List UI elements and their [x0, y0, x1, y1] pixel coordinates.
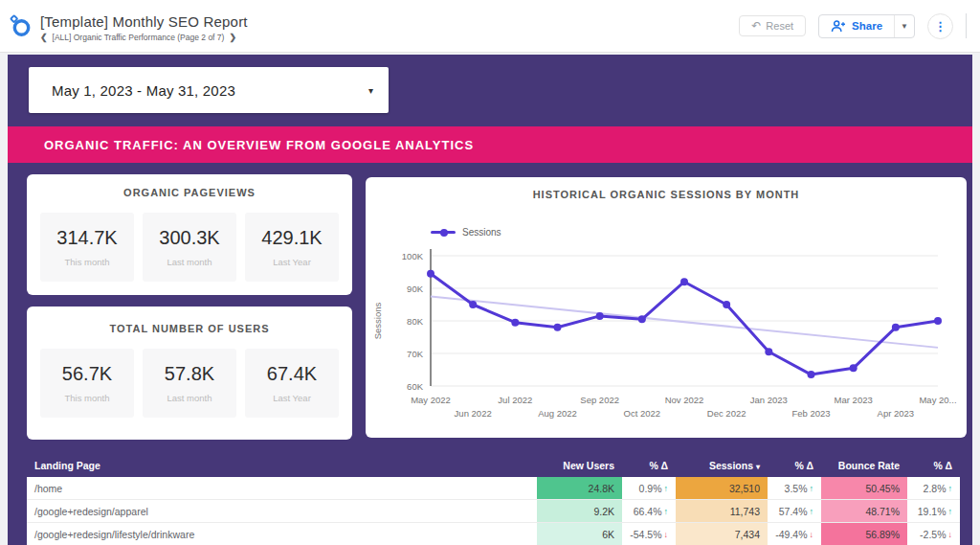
reset-label: Reset: [766, 20, 793, 32]
svg-text:80K: 80K: [407, 316, 424, 327]
sessions-cell: 11,743: [676, 500, 768, 522]
svg-text:Jul 2022: Jul 2022: [498, 395, 532, 405]
current-page-label[interactable]: [ALL] Organic Traffic Performance (Page …: [53, 33, 225, 42]
date-range-picker[interactable]: May 1, 2023 - May 31, 2023 ▾: [29, 67, 389, 113]
top-bar: [Template] Monthly SEO Report ❮ [ALL] Or…: [0, 0, 980, 53]
page-navigation: ❮ [ALL] Organic Traffic Performance (Pag…: [40, 33, 248, 42]
new-users-delta-cell: 0.9%↑: [622, 477, 676, 499]
column-header-landing-page[interactable]: Landing Page: [27, 460, 537, 471]
top-bar-actions: ↶ Reset Share ▼ ⋮: [739, 13, 980, 39]
date-range-value: May 1, 2023 - May 31, 2023: [52, 82, 235, 99]
table-body: /home 24.8K 0.9%↑ 32,510 3.5%↑ 50.45% 2.…: [27, 477, 960, 545]
sessions-cell: 32,510: [676, 477, 768, 499]
total-users-card: TOTAL NUMBER OF USERS 56.7K This month 5…: [27, 307, 352, 440]
metric-label: Last Year: [273, 393, 311, 403]
column-header-sessions-delta[interactable]: % Δ: [768, 460, 821, 471]
landing-page-cell: /home: [27, 477, 537, 499]
svg-text:Apr 2023: Apr 2023: [878, 408, 915, 419]
column-header-new-users-delta[interactable]: % Δ: [622, 460, 676, 471]
dropdown-caret-icon: ▾: [368, 85, 373, 96]
metric-label: Last Year: [273, 257, 311, 267]
report-title: [Template] Monthly SEO Report: [40, 13, 248, 30]
column-header-bounce-rate[interactable]: Bounce Rate: [821, 460, 907, 471]
new-users-delta-cell: 66.4%↑: [622, 500, 676, 522]
svg-text:Mar 2023: Mar 2023: [835, 395, 873, 405]
svg-text:100K: 100K: [402, 251, 424, 261]
svg-text:Sep 2022: Sep 2022: [580, 395, 619, 405]
svg-text:60K: 60K: [407, 381, 424, 392]
bounce-delta-cell: 19.1%↑: [907, 500, 960, 522]
legend-dot-icon: [440, 229, 448, 237]
share-button[interactable]: Share: [819, 15, 894, 37]
sessions-delta-cell: 3.5%↑: [768, 477, 821, 499]
looker-studio-logo: [8, 13, 33, 38]
arrow-down-icon: ↓: [664, 530, 669, 539]
arrow-up-icon: ↑: [810, 484, 814, 493]
svg-text:Feb 2023: Feb 2023: [791, 408, 830, 419]
card-title: TOTAL NUMBER OF USERS: [27, 323, 352, 334]
scorecard-last-month: 300.3K Last month: [143, 213, 236, 282]
arrow-down-icon: ↓: [810, 530, 814, 539]
top-bar-divider: [966, 13, 967, 38]
svg-text:May 2022: May 2022: [411, 395, 451, 405]
svg-text:90K: 90K: [407, 284, 424, 294]
title-block: [Template] Monthly SEO Report ❮ [ALL] Or…: [40, 10, 248, 42]
table-row: /google+redesign/apparel 9.2K 66.4%↑ 11,…: [27, 500, 960, 523]
sessions-delta-cell: 57.4%↑: [768, 500, 821, 522]
scorecard-last-month: 57.8K Last month: [143, 349, 236, 418]
new-users-cell: 24.8K: [537, 477, 622, 499]
svg-text:May 20...: May 20...: [919, 395, 956, 405]
svg-text:Oct 2022: Oct 2022: [624, 408, 661, 419]
sessions-delta-cell: -49.4%↓: [768, 523, 821, 545]
sort-descending-icon: ▾: [756, 463, 760, 471]
metric-value: 300.3K: [159, 227, 219, 249]
metric-label: This month: [65, 257, 110, 267]
share-options-caret[interactable]: ▼: [894, 15, 914, 37]
more-options-button[interactable]: ⋮: [927, 13, 953, 39]
chevron-right-icon[interactable]: ❯: [229, 33, 236, 42]
metric-value: 67.4K: [267, 363, 317, 385]
delta-value: 0.9%: [639, 483, 662, 494]
share-label: Share: [852, 20, 882, 32]
chart-title: HISTORICAL ORGANIC SESSIONS BY MONTH: [366, 189, 967, 200]
top-bar-left: [Template] Monthly SEO Report ❮ [ALL] Or…: [0, 10, 739, 42]
metric-label: This month: [65, 393, 110, 403]
table-header-band: Landing Page New Users % Δ Sessions▾ % Δ…: [8, 454, 972, 477]
sessions-line-chart: 60K70K80K90K100KSessionsMay 2022Jun 2022…: [371, 244, 961, 428]
table-header-row: Landing Page New Users % Δ Sessions▾ % Δ…: [27, 454, 960, 477]
metric-value: 429.1K: [261, 227, 322, 249]
column-header-sessions[interactable]: Sessions▾: [676, 460, 768, 471]
column-header-bounce-delta[interactable]: % Δ: [907, 460, 960, 471]
legend-line-swatch: [431, 231, 456, 234]
scorecard-last-year: 429.1K Last Year: [245, 213, 339, 282]
landing-page-cell: /google+redesign/lifestyle/drinkware: [27, 523, 537, 545]
bounce-delta-cell: -2.5%↓: [907, 523, 960, 545]
reset-button[interactable]: ↶ Reset: [739, 15, 806, 36]
svg-text:70K: 70K: [407, 349, 424, 359]
bounce-delta-cell: 2.8%↑: [907, 477, 960, 499]
delta-value: 19.1%: [918, 506, 947, 517]
column-header-label: Sessions: [709, 460, 753, 471]
metric-label: Last month: [167, 393, 212, 403]
chart-legend: Sessions: [431, 227, 501, 238]
delta-value: 3.5%: [785, 483, 808, 494]
svg-text:Jan 2023: Jan 2023: [750, 395, 788, 405]
arrow-up-icon: ↑: [810, 507, 814, 516]
arrow-up-icon: ↑: [948, 507, 953, 516]
svg-text:Sessions: Sessions: [372, 302, 383, 339]
delta-value: -54.5%: [630, 529, 661, 540]
new-users-cell: 6K: [537, 523, 622, 545]
metric-value: 57.8K: [165, 363, 214, 385]
delta-value: -2.5%: [920, 529, 946, 540]
sessions-chart-card: HISTORICAL ORGANIC SESSIONS BY MONTH Ses…: [366, 177, 967, 438]
delta-value: 57.4%: [779, 506, 808, 517]
delta-value: 66.4%: [634, 506, 662, 517]
share-split-button[interactable]: Share ▼: [818, 14, 915, 38]
chevron-left-icon[interactable]: ❮: [40, 33, 48, 42]
section-banner: ORGANIC TRAFFIC: AN OVERVIEW FROM GOOGLE…: [8, 126, 972, 163]
report-canvas: May 1, 2023 - May 31, 2023 ▾ ORGANIC TRA…: [8, 55, 972, 545]
person-add-icon: [831, 20, 846, 33]
column-header-new-users[interactable]: New Users: [537, 460, 622, 471]
metric-label: Last month: [167, 257, 212, 267]
delta-value: 2.8%: [924, 483, 947, 494]
